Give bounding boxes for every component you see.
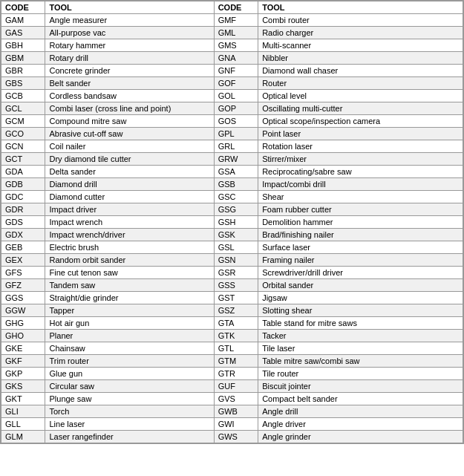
table-row: GHGHot air gunGTATable stand for mitre s… — [1, 317, 463, 330]
table-row: GBMRotary drillGNANibbler — [1, 52, 463, 65]
code-cell: GHO — [1, 330, 45, 342]
code-cell: GDR — [1, 203, 45, 216]
code-cell: GOL — [214, 90, 258, 102]
code-cell: GBM — [1, 52, 45, 65]
code-cell: GCT — [1, 153, 45, 166]
table-row: GKFTrim routerGTMTable mitre saw/combi s… — [1, 355, 463, 368]
code-cell: GDX — [1, 229, 45, 241]
code-cell: GKE — [1, 342, 45, 355]
code-cell: GNF — [214, 65, 258, 77]
code-cell: GSL — [214, 241, 258, 254]
code-cell: GCL — [1, 102, 45, 115]
tool-cell: Diamond drill — [45, 178, 214, 191]
code-cell: GCO — [1, 128, 45, 140]
tool-cell: Diamond wall chaser — [258, 65, 463, 77]
tool-cell: Cordless bandsaw — [45, 90, 214, 102]
tool-cell: Rotation laser — [258, 140, 463, 153]
tool-cell: Diamond cutter — [45, 191, 214, 203]
code-cell: GAM — [1, 14, 45, 27]
code-cell: GDS — [1, 216, 45, 229]
tool-cell: Radio charger — [258, 27, 463, 39]
code-cell: GOP — [214, 102, 258, 115]
tool-cell: Rotary hammer — [45, 39, 214, 52]
table-row: GLLLine laserGWIAngle driver — [1, 418, 463, 431]
code-cell: GWS — [214, 431, 258, 443]
code-cell: GSS — [214, 279, 258, 292]
code-cell: GOS — [214, 115, 258, 128]
code-cell: GKT — [1, 393, 45, 405]
table-row: GBHRotary hammerGMSMulti-scanner — [1, 39, 463, 52]
code-cell: GTM — [214, 355, 258, 368]
tool-cell: Reciprocating/sabre saw — [258, 166, 463, 178]
table-row: GFZTandem sawGSSOrbital sander — [1, 279, 463, 292]
tool-cell: Multi-scanner — [258, 39, 463, 52]
tool-cell: Random orbit sander — [45, 254, 214, 267]
code-cell: GLM — [1, 431, 45, 443]
table-row: GGWTapperGSZSlotting shear — [1, 304, 463, 317]
table-row: GCBCordless bandsawGOLOptical level — [1, 90, 463, 102]
table-row: GDXImpact wrench/driverGSKBrad/finishing… — [1, 229, 463, 241]
code-cell: GUF — [214, 380, 258, 393]
code-cell: GDB — [1, 178, 45, 191]
code-cell: GSC — [214, 191, 258, 203]
tool-cell: Table stand for mitre saws — [258, 317, 463, 330]
header-tool-1: TOOL — [45, 1, 214, 14]
tool-cell: Point laser — [258, 128, 463, 140]
tool-cell: Line laser — [45, 418, 214, 431]
table-row: GCLCombi laser (cross line and point)GOP… — [1, 102, 463, 115]
code-cell: GGW — [1, 304, 45, 317]
code-cell: GWI — [214, 418, 258, 431]
tool-cell: Trim router — [45, 355, 214, 368]
tool-cell: Nibbler — [258, 52, 463, 65]
table-row: GDSImpact wrenchGSHDemolition hammer — [1, 216, 463, 229]
code-cell: GVS — [214, 393, 258, 405]
code-cell: GTK — [214, 330, 258, 342]
tool-cell: Chainsaw — [45, 342, 214, 355]
code-cell: GTL — [214, 342, 258, 355]
tool-cell: Impact wrench — [45, 216, 214, 229]
tool-cell: Biscuit jointer — [258, 380, 463, 393]
tool-cell: Tile laser — [258, 342, 463, 355]
table-row: GEXRandom orbit sanderGSNFraming nailer — [1, 254, 463, 267]
code-cell: GLL — [1, 418, 45, 431]
tool-cell: Electric brush — [45, 241, 214, 254]
tool-cell: Fine cut tenon saw — [45, 267, 214, 279]
table-row: GASAll-purpose vacGMLRadio charger — [1, 27, 463, 39]
code-cell: GNA — [214, 52, 258, 65]
table-row: GDCDiamond cutterGSCShear — [1, 191, 463, 203]
tool-cell: Brad/finishing nailer — [258, 229, 463, 241]
code-cell: GAS — [1, 27, 45, 39]
tool-cell: Tacker — [258, 330, 463, 342]
tool-cell: Surface laser — [258, 241, 463, 254]
code-cell: GSG — [214, 203, 258, 216]
tool-cell: Router — [258, 77, 463, 90]
code-cell: GCB — [1, 90, 45, 102]
code-cell: GRL — [214, 140, 258, 153]
tool-code-table: CODE TOOL CODE TOOL GAMAngle measurerGMF… — [1, 1, 463, 443]
table-row: GDADelta sanderGSAReciprocating/sabre sa… — [1, 166, 463, 178]
tool-cell: Planer — [45, 330, 214, 342]
tool-cell: Dry diamond tile cutter — [45, 153, 214, 166]
tool-cell: Compound mitre saw — [45, 115, 214, 128]
table-row: GCTDry diamond tile cutterGRWStirrer/mix… — [1, 153, 463, 166]
tool-cell: Impact/combi drill — [258, 178, 463, 191]
tool-cell: Belt sander — [45, 77, 214, 90]
tool-cell: Circular saw — [45, 380, 214, 393]
table-row: GLMLaser rangefinderGWSAngle grinder — [1, 431, 463, 443]
tool-cell: Oscillating multi-cutter — [258, 102, 463, 115]
table-row: GLITorchGWBAngle drill — [1, 405, 463, 418]
tool-cell: Angle driver — [258, 418, 463, 431]
code-cell: GOF — [214, 77, 258, 90]
tool-cell: Jigsaw — [258, 292, 463, 304]
tool-cell: Laser rangefinder — [45, 431, 214, 443]
table-row: GEBElectric brushGSLSurface laser — [1, 241, 463, 254]
code-cell: GHG — [1, 317, 45, 330]
code-cell: GCM — [1, 115, 45, 128]
tool-cell: Combi laser (cross line and point) — [45, 102, 214, 115]
table-row: GKTPlunge sawGVSCompact belt sander — [1, 393, 463, 405]
tool-cell: Compact belt sander — [258, 393, 463, 405]
tool-cell: Coil nailer — [45, 140, 214, 153]
code-cell: GSN — [214, 254, 258, 267]
code-cell: GSR — [214, 267, 258, 279]
tool-cell: Glue gun — [45, 368, 214, 380]
